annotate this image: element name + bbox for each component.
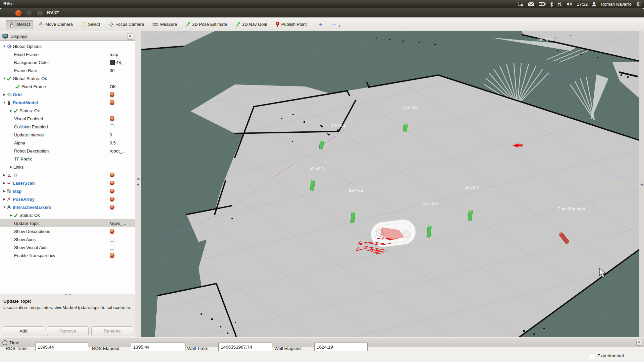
displays-close-button[interactable]: ✕: [127, 34, 133, 40]
expander-closed-icon[interactable]: ▶: [9, 109, 13, 112]
expander-open-icon[interactable]: ▼: [2, 45, 7, 48]
display-row-map[interactable]: ▶Map: [0, 187, 135, 195]
expander-open-icon[interactable]: ▼: [2, 205, 7, 209]
tool-measure[interactable]: Measure: [149, 20, 180, 29]
rename-display-button[interactable]: Rename: [91, 326, 133, 336]
property-value[interactable]: 48;: [116, 60, 122, 65]
enabled-checkbox[interactable]: [110, 197, 114, 201]
enabled-checkbox[interactable]: [110, 245, 114, 250]
display-row-fixed-frame[interactable]: Fixed Framemap: [0, 50, 135, 58]
property-value[interactable]: 0.5: [110, 140, 116, 145]
tool-interact[interactable]: Interact: [6, 20, 33, 29]
display-row-collision-enabled[interactable]: Collision Enabled: [0, 123, 135, 131]
tool-publish-point[interactable]: Publish Point: [272, 20, 310, 29]
remove-tool-button[interactable]: −▼: [330, 20, 343, 29]
collapse-right-arrow-icon[interactable]: ◀: [640, 183, 643, 186]
network-arrows-icon[interactable]: [557, 2, 562, 7]
add-tool-button[interactable]: +: [316, 20, 325, 29]
window-minimize-button[interactable]: −: [26, 10, 33, 16]
enabled-checkbox[interactable]: [110, 124, 114, 129]
expander-open-icon[interactable]: ▼: [2, 101, 7, 104]
enabled-checkbox[interactable]: [110, 253, 114, 258]
display-row-posearray[interactable]: ▶PoseArray: [0, 195, 135, 203]
display-row-update-interval[interactable]: Update Interval0: [0, 131, 135, 139]
display-row-tf[interactable]: ▶TF: [0, 171, 135, 179]
time-field-input-wall-time-[interactable]: [218, 343, 272, 351]
property-value[interactable]: 0: [110, 132, 112, 137]
enabled-checkbox[interactable]: [110, 229, 114, 234]
property-value[interactable]: robot_...: [110, 148, 126, 154]
display-row-enable-transparency[interactable]: Enable Transparency: [0, 251, 135, 259]
expander-closed-icon[interactable]: ▶: [9, 214, 13, 217]
battery-icon[interactable]: [539, 2, 546, 6]
mail-icon[interactable]: [528, 2, 534, 6]
display-row-global-options[interactable]: ▼Global Options: [0, 42, 135, 50]
3d-viewport[interactable]: p6->0.2p5->0.2p4->0.2p3->0.2p2->0.2p1->0…: [141, 31, 639, 337]
property-value[interactable]: 30: [110, 68, 114, 73]
collapse-left-arrow-icon[interactable]: ◀: [137, 183, 139, 186]
property-value[interactable]: map: [110, 52, 118, 57]
display-row-status-ok[interactable]: ▶Status: Ok: [0, 107, 135, 115]
collapsed-right-panel[interactable]: ◀: [639, 31, 644, 337]
time-field-input-ros-elapsed-[interactable]: [131, 343, 185, 351]
time-close-button[interactable]: ✕: [636, 340, 642, 346]
display-row-alpha[interactable]: Alpha0.5: [0, 139, 135, 147]
display-row-grid[interactable]: ▶Grid: [0, 90, 135, 99]
expander-open-icon[interactable]: ▼: [2, 77, 7, 80]
toolbar-grip[interactable]: [1, 20, 4, 29]
expander-closed-icon[interactable]: ▶: [2, 189, 7, 193]
window-close-button[interactable]: ✕: [15, 10, 22, 16]
enabled-checkbox[interactable]: [110, 181, 114, 185]
color-swatch[interactable]: [110, 60, 115, 65]
tool-move-camera[interactable]: Move Camera: [35, 20, 76, 29]
panel-splitter[interactable]: ◀: [135, 31, 141, 337]
tool-2d-nav-goal[interactable]: 2D Nav Goal: [232, 20, 270, 29]
enabled-checkbox[interactable]: [110, 189, 114, 193]
expander-closed-icon[interactable]: ▶: [2, 181, 7, 185]
display-row-status-ok[interactable]: ▶Status: Ok: [0, 211, 135, 219]
enabled-checkbox[interactable]: [110, 237, 114, 242]
display-row-tf-prefix[interactable]: TF Prefix: [0, 155, 135, 163]
session-user-name[interactable]: Roman Navarro: [601, 2, 632, 7]
display-row-background-color[interactable]: Background Color48;: [0, 58, 135, 66]
display-row-laserscan[interactable]: ▶LaserScan: [0, 179, 135, 187]
clock[interactable]: 17:32: [577, 2, 588, 7]
time-field-input-ros-time-[interactable]: [35, 343, 88, 351]
property-value[interactable]: /agvs_...: [110, 221, 126, 226]
display-row-show-visual-aids[interactable]: Show Visual Aids: [0, 243, 135, 251]
display-row-global-status-ok[interactable]: ▼Global Status: Ok: [0, 74, 135, 82]
tool-focus-camera[interactable]: Focus Camera: [105, 20, 147, 29]
expander-closed-icon[interactable]: ▶: [2, 197, 7, 201]
volume-icon[interactable]: [567, 2, 573, 6]
property-value[interactable]: OK: [110, 84, 116, 89]
window-stack-icon[interactable]: [518, 2, 524, 7]
experimental-checkbox[interactable]: [590, 354, 595, 359]
display-row-show-axes[interactable]: Show Axes: [0, 235, 135, 243]
expander-closed-icon[interactable]: ▶: [2, 173, 7, 177]
display-row-visual-enabled[interactable]: Visual Enabled: [0, 115, 135, 123]
add-display-button[interactable]: Add: [3, 326, 44, 336]
enabled-checkbox[interactable]: [110, 116, 114, 121]
display-row-frame-rate[interactable]: Frame Rate30: [0, 66, 135, 74]
tool-select[interactable]: Select: [78, 20, 103, 29]
display-row-interactivemarkers[interactable]: ▼InteractiveMarkers: [0, 203, 135, 211]
display-row-fixed-frame[interactable]: Fixed FrameOK: [0, 82, 135, 90]
window-maximize-button[interactable]: ▢: [37, 10, 43, 16]
enabled-checkbox[interactable]: [110, 173, 114, 177]
enabled-checkbox[interactable]: [110, 100, 114, 105]
tool-2d-pose-estimate[interactable]: 2D Pose Estimate: [182, 20, 230, 29]
bluetooth-icon[interactable]: [550, 2, 553, 7]
enabled-checkbox[interactable]: [110, 205, 114, 209]
display-row-links[interactable]: ▶Links: [0, 163, 135, 171]
display-row-show-descriptions[interactable]: Show Descriptions: [0, 227, 135, 235]
remove-display-button[interactable]: Remove: [47, 326, 89, 336]
enabled-checkbox[interactable]: [110, 92, 114, 97]
window-title-bar[interactable]: ✕ − ▢ RViz*: [0, 8, 644, 18]
displays-panel-header[interactable]: Displays ✕: [0, 32, 135, 41]
display-row-update-topic[interactable]: Update Topic/agvs_...: [0, 219, 135, 227]
display-row-robotmodel[interactable]: ▼RobotModel: [0, 99, 135, 107]
expander-closed-icon[interactable]: ▶: [2, 93, 7, 96]
expander-closed-icon[interactable]: ▶: [9, 165, 13, 169]
display-row-robot-description[interactable]: Robot Descriptionrobot_...: [0, 147, 135, 155]
session-gear-icon[interactable]: [636, 1, 641, 7]
